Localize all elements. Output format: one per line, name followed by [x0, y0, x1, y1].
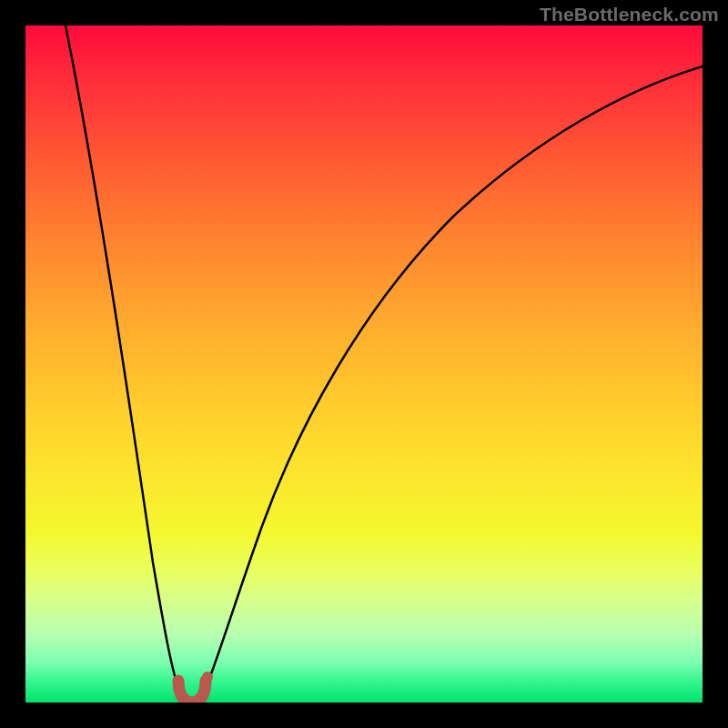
plot-area [25, 25, 703, 703]
svg-point-0 [202, 672, 213, 682]
watermark-text: TheBottleneck.com [540, 4, 719, 25]
bottleneck-curve [25, 25, 703, 703]
